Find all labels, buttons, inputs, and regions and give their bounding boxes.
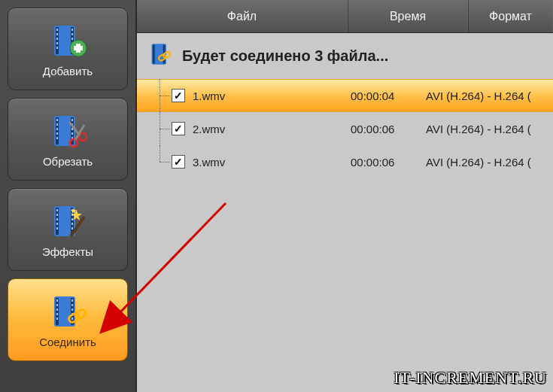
file-name: 1.wmv [193, 90, 351, 102]
svg-rect-4 [56, 33, 58, 35]
svg-rect-56 [56, 318, 58, 320]
file-format: AVI (H.264) - H.264 ( [426, 123, 553, 135]
svg-rect-34 [56, 208, 59, 235]
svg-rect-36 [56, 209, 58, 211]
column-label: Формат [489, 10, 532, 23]
svg-rect-3 [56, 29, 58, 31]
file-time: 00:00:04 [351, 90, 426, 102]
svg-rect-19 [56, 119, 58, 121]
merge-summary-text: Будет соединено 3 файла... [182, 47, 388, 65]
svg-rect-15 [74, 46, 83, 50]
tree-connector-icon [152, 79, 172, 112]
file-row[interactable]: 1.wmv 00:00:04 AVI (H.264) - H.264 ( [137, 79, 553, 112]
svg-rect-40 [56, 227, 58, 229]
svg-rect-59 [71, 308, 73, 311]
file-checkbox[interactable] [172, 155, 185, 169]
svg-rect-9 [71, 33, 73, 35]
svg-rect-44 [71, 223, 73, 225]
svg-rect-21 [56, 128, 58, 130]
film-plus-icon [48, 21, 87, 60]
sidebar: Добавить Обрезать [0, 0, 135, 392]
svg-rect-45 [71, 227, 73, 229]
svg-rect-65 [153, 45, 155, 64]
tree-connector-icon [152, 145, 172, 178]
film-wand-icon [48, 202, 87, 241]
merge-summary-row[interactable]: Будет соединено 3 файла... [137, 33, 553, 79]
file-list-area: Будет соединено 3 файла... 1.wmv 00:00:0… [137, 33, 553, 392]
column-label: Файл [227, 10, 257, 23]
file-row[interactable]: 2.wmv 00:00:06 AVI (H.264) - H.264 ( [137, 112, 553, 145]
sidebar-item-label: Добавить [43, 65, 93, 77]
sidebar-merge-button[interactable]: Соединить [8, 278, 128, 361]
svg-rect-22 [56, 132, 58, 135]
file-name: 3.wmv [193, 156, 351, 169]
file-time: 00:00:06 [351, 156, 426, 169]
app-window: Добавить Обрезать [0, 0, 553, 392]
svg-rect-23 [56, 137, 58, 139]
column-headers: Файл Время Формат [137, 0, 553, 33]
svg-rect-17 [56, 117, 59, 144]
sidebar-add-button[interactable]: Добавить [8, 8, 128, 90]
svg-rect-52 [56, 299, 58, 302]
svg-rect-6 [56, 42, 58, 44]
svg-rect-61 [71, 318, 73, 320]
sidebar-item-label: Эффекты [42, 245, 93, 258]
sidebar-cut-button[interactable]: Обрезать [8, 98, 128, 181]
svg-rect-50 [56, 298, 59, 325]
svg-rect-5 [56, 38, 58, 40]
svg-rect-63 [74, 308, 87, 320]
file-format: AVI (H.264) - H.264 ( [426, 156, 553, 169]
svg-rect-43 [71, 218, 73, 220]
svg-rect-37 [56, 214, 58, 216]
svg-rect-57 [71, 299, 73, 302]
svg-rect-38 [56, 218, 58, 220]
main-panel: Файл Время Формат Будет сое [135, 0, 553, 392]
sidebar-item-label: Соединить [39, 336, 96, 348]
column-label: Время [390, 10, 426, 23]
column-header-format[interactable]: Формат [468, 0, 553, 32]
film-link-icon [48, 292, 87, 331]
svg-rect-55 [56, 313, 58, 315]
column-header-file[interactable]: Файл [137, 0, 348, 32]
svg-rect-27 [71, 132, 73, 135]
file-checkbox[interactable] [172, 122, 185, 135]
svg-rect-53 [56, 304, 58, 306]
file-format: AVI (H.264) - H.264 ( [426, 90, 553, 102]
svg-rect-1 [56, 27, 59, 54]
film-scissors-icon [48, 111, 87, 150]
svg-rect-24 [71, 119, 73, 121]
file-checkbox[interactable] [172, 89, 185, 102]
sidebar-item-label: Обрезать [43, 155, 93, 168]
file-name: 2.wmv [193, 123, 351, 135]
file-row[interactable]: 3.wmv 00:00:06 AVI (H.264) - H.264 ( [137, 145, 553, 178]
film-link-icon [147, 41, 175, 71]
svg-rect-8 [71, 29, 73, 31]
svg-rect-54 [56, 308, 58, 311]
column-header-time[interactable]: Время [348, 0, 468, 32]
svg-rect-39 [56, 223, 58, 225]
sidebar-effects-button[interactable]: Эффекты [8, 188, 128, 271]
svg-rect-7 [56, 47, 58, 49]
svg-rect-58 [71, 304, 73, 306]
svg-rect-10 [71, 38, 73, 40]
tree-connector-icon [152, 112, 172, 145]
watermark-text: IT-INCREMENT.RU [393, 368, 547, 387]
file-time: 00:00:06 [351, 123, 426, 135]
svg-rect-20 [56, 123, 58, 126]
